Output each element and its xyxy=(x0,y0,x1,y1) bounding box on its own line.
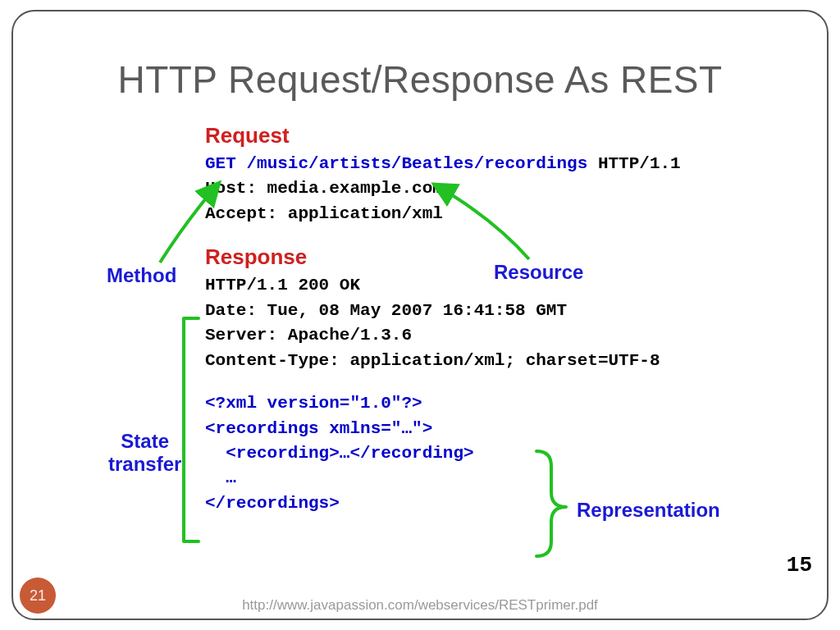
date-header: Date: Tue, 08 May 2007 16:41:58 GMT xyxy=(205,299,763,323)
server-header: Server: Apache/1.3.6 xyxy=(205,323,763,348)
request-heading: Request xyxy=(205,123,763,148)
label-state: State transfer xyxy=(108,430,181,476)
host-header: Host: media.example.com xyxy=(205,176,763,201)
footer-url: http://www.javapassion.com/webservices/R… xyxy=(0,597,840,614)
xml-child: <recording>…</recording> xyxy=(205,441,763,466)
ct-header: Content-Type: application/xml; charset=U… xyxy=(205,349,763,373)
label-method: Method xyxy=(107,264,176,287)
inner-page-number: 15 xyxy=(787,553,812,578)
content-block: Request GET /music/artists/Beatles/recor… xyxy=(90,123,763,516)
xml-decl: <?xml version="1.0"?> xyxy=(205,391,763,416)
xml-ellipsis: … xyxy=(205,466,763,491)
label-resource: Resource xyxy=(494,261,583,284)
accept-header: Accept: application/xml xyxy=(205,202,763,226)
slide-title: HTTP Request/Response As REST xyxy=(0,57,840,102)
status-line: HTTP/1.1 200 OK xyxy=(205,273,763,298)
xml-root-open: <recordings xmlns="…"> xyxy=(205,417,763,441)
label-representation: Representation xyxy=(577,499,720,522)
http-version: HTTP/1.1 xyxy=(598,154,681,173)
request-line: GET /music/artists/Beatles/recordings HT… xyxy=(205,152,763,176)
http-method: GET xyxy=(205,154,236,173)
response-heading: Response xyxy=(205,244,763,270)
request-path: /music/artists/Beatles/recordings xyxy=(246,154,587,173)
